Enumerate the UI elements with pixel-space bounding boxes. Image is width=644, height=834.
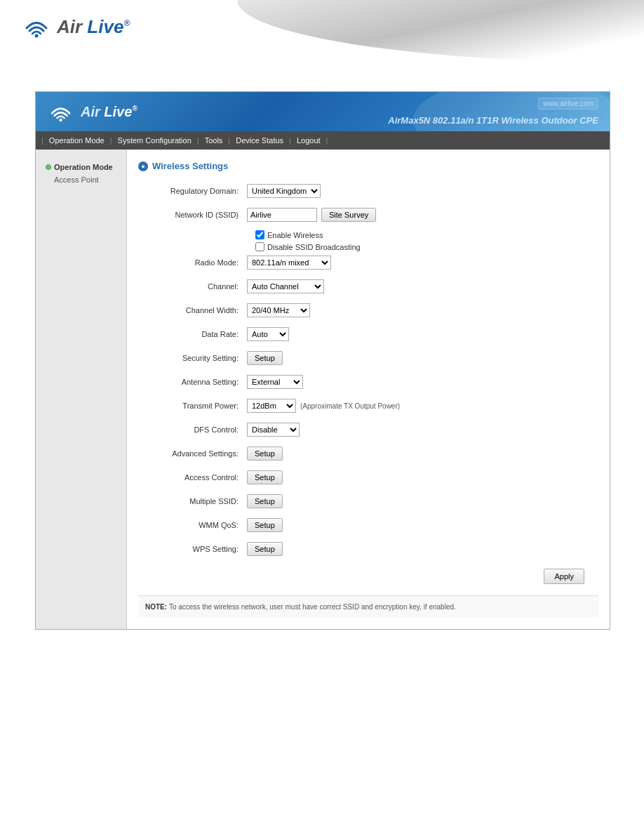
enable-wireless-label: Enable Wireless: [267, 231, 323, 239]
advanced-settings-row: Advanced Settings: Setup: [138, 445, 598, 462]
sidebar-operation-mode[interactable]: Operation Mode: [41, 161, 121, 173]
security-setup-button[interactable]: Setup: [247, 351, 283, 365]
advanced-settings-label: Advanced Settings:: [138, 449, 247, 458]
wps-setting-label: WPS Setting:: [138, 545, 247, 553]
device-logo-icon: [47, 100, 75, 123]
network-id-label: Network ID (SSID): [138, 211, 247, 219]
svg-point-1: [59, 119, 62, 121]
sidebar-active-indicator: [46, 164, 51, 170]
channel-width-row: Channel Width: 20/40 MHz: [138, 302, 598, 319]
regulatory-domain-row: Regulatory Domain: United Kingdom: [138, 183, 598, 199]
radio-mode-select[interactable]: 802.11a/n mixed: [247, 256, 331, 270]
network-id-input[interactable]: [247, 208, 317, 222]
site-survey-button[interactable]: Site Survey: [321, 208, 376, 222]
dfs-control-select[interactable]: Disable: [247, 423, 300, 437]
device-model-text: AirMax5N 802.11a/n 1T1R Wireless Outdoor…: [388, 115, 598, 126]
security-setting-label: Security Setting:: [138, 354, 247, 362]
transmit-power-select[interactable]: 12dBm: [247, 399, 296, 413]
note-area: NOTE: To access the wireless network, us…: [138, 595, 598, 618]
disable-ssid-label: Disable SSID Broadcasting: [267, 243, 361, 251]
disable-ssid-checkbox[interactable]: [255, 242, 264, 251]
nav-logout[interactable]: Logout: [291, 136, 326, 145]
airlive-logo-icon: [21, 14, 53, 39]
radio-mode-label: Radio Mode:: [138, 258, 247, 267]
channel-width-select[interactable]: 20/40 MHz: [247, 303, 310, 317]
transmit-power-row: Transmit Power: 12dBm (Approximate TX Ou…: [138, 397, 598, 414]
channel-select[interactable]: Auto Channel: [247, 279, 324, 293]
data-rate-row: Data Rate: Auto: [138, 326, 598, 343]
section-title-text: Wireless Settings: [152, 161, 228, 171]
multiple-ssid-setup-button[interactable]: Setup: [247, 494, 283, 508]
enable-wireless-row: Enable Wireless: [255, 230, 598, 239]
channel-label: Channel:: [138, 282, 247, 291]
multiple-ssid-row: Multiple SSID: Setup: [138, 493, 598, 510]
access-control-setup-button[interactable]: Setup: [247, 470, 283, 484]
wps-setting-setup-button[interactable]: Setup: [247, 542, 283, 556]
nav-device-status[interactable]: Device Status: [230, 136, 289, 145]
dfs-control-label: DFS Control:: [138, 425, 247, 434]
radio-mode-row: Radio Mode: 802.11a/n mixed: [138, 254, 598, 271]
access-control-label: Access Control:: [138, 473, 247, 482]
wps-setting-row: WPS Setting: Setup: [138, 541, 598, 557]
data-rate-label: Data Rate:: [138, 330, 247, 338]
svg-point-0: [35, 34, 39, 38]
disable-ssid-row: Disable SSID Broadcasting: [255, 242, 598, 251]
top-logo-text: Air Live®: [57, 18, 130, 36]
antenna-setting-row: Antenna Setting: External: [138, 373, 598, 390]
device-header: Air Live® www.airlive.com AirMax5N 802.1…: [36, 92, 610, 131]
channel-width-label: Channel Width:: [138, 306, 247, 315]
advanced-setup-button[interactable]: Setup: [247, 446, 283, 461]
enable-wireless-checkbox[interactable]: [255, 230, 264, 239]
transmit-power-label: Transmit Power:: [138, 402, 247, 410]
multiple-ssid-label: Multiple SSID:: [138, 497, 247, 505]
apply-row: Apply: [138, 569, 598, 584]
device-logo: Air Live®: [47, 100, 137, 123]
antenna-setting-label: Antenna Setting:: [138, 378, 247, 386]
section-title: ● Wireless Settings: [138, 161, 598, 171]
device-logo-text: Air Live®: [81, 104, 137, 120]
main-panel: ● Wireless Settings Regulatory Domain: U…: [127, 150, 610, 629]
note-label: NOTE:: [145, 603, 169, 611]
transmit-power-note: (Approximate TX Output Power): [300, 402, 400, 410]
note-text: To access the wireless network, user mus…: [169, 603, 456, 611]
dfs-control-row: DFS Control: Disable: [138, 421, 598, 438]
wmm-qos-setup-button[interactable]: Setup: [247, 518, 283, 532]
nav-operation-mode[interactable]: Operation Mode: [43, 136, 110, 145]
apply-button[interactable]: Apply: [544, 569, 584, 584]
sidebar: Operation Mode Access Point: [36, 150, 127, 629]
data-rate-select[interactable]: Auto: [247, 327, 289, 341]
security-setting-row: Security Setting: Setup: [138, 350, 598, 366]
antenna-setting-select[interactable]: External: [247, 375, 303, 389]
nav-tools[interactable]: Tools: [199, 136, 229, 145]
regulatory-domain-label: Regulatory Domain:: [138, 187, 247, 195]
wmm-qos-row: WMM QoS: Setup: [138, 517, 598, 534]
device-website: www.airlive.com: [538, 98, 598, 110]
top-logo-live: Live: [87, 16, 123, 37]
network-id-row: Network ID (SSID) Site Survey: [138, 206, 598, 223]
channel-row: Channel: Auto Channel: [138, 278, 598, 295]
nav-bar: | Operation Mode | System Configuration …: [36, 131, 610, 150]
section-icon: ●: [138, 161, 148, 171]
sidebar-section-label: Operation Mode: [54, 163, 113, 171]
top-logo-air: Air: [57, 16, 87, 37]
wmm-qos-label: WMM QoS:: [138, 521, 247, 529]
sidebar-access-point[interactable]: Access Point: [41, 173, 121, 186]
regulatory-domain-select[interactable]: United Kingdom: [247, 184, 321, 198]
access-control-row: Access Control: Setup: [138, 469, 598, 486]
nav-system-config[interactable]: System Configuration: [112, 136, 197, 145]
